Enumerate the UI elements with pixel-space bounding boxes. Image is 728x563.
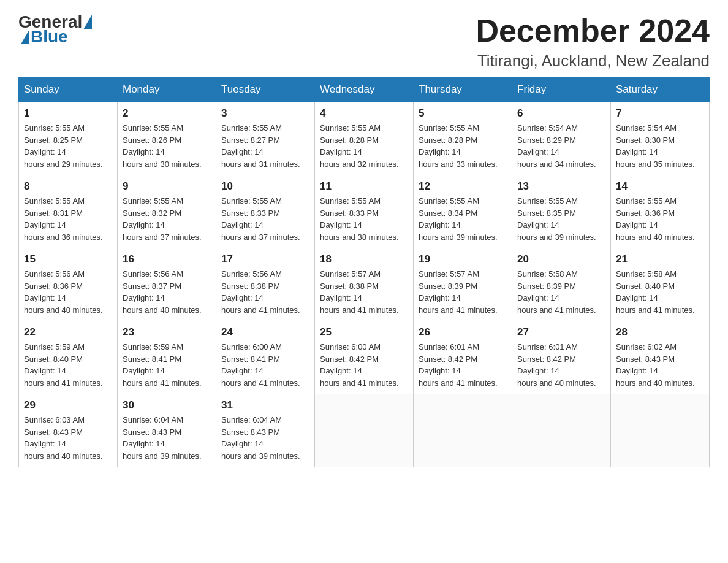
day-info: Sunrise: 6:04 AMSunset: 8:43 PMDaylight:… (123, 414, 211, 462)
day-number: 13 (517, 180, 605, 193)
day-info: Sunrise: 6:00 AMSunset: 8:41 PMDaylight:… (221, 341, 309, 389)
day-number: 29 (24, 399, 112, 412)
table-row: 7Sunrise: 5:54 AMSunset: 8:30 PMDaylight… (611, 102, 710, 175)
day-number: 19 (419, 253, 507, 266)
page-header: General Blue December 2024 Titirangi, Au… (18, 12, 710, 71)
table-row: 3Sunrise: 5:55 AMSunset: 8:27 PMDaylight… (216, 102, 315, 175)
table-row: 20Sunrise: 5:58 AMSunset: 8:39 PMDayligh… (512, 248, 611, 321)
day-number: 27 (517, 326, 605, 339)
day-number: 6 (517, 107, 605, 120)
day-info: Sunrise: 5:57 AMSunset: 8:38 PMDaylight:… (320, 268, 408, 316)
day-info: Sunrise: 5:55 AMSunset: 8:28 PMDaylight:… (419, 122, 507, 170)
table-row: 8Sunrise: 5:55 AMSunset: 8:31 PMDaylight… (19, 175, 118, 248)
table-row: 6Sunrise: 5:54 AMSunset: 8:29 PMDaylight… (512, 102, 611, 175)
table-row: 11Sunrise: 5:55 AMSunset: 8:33 PMDayligh… (315, 175, 414, 248)
table-row: 26Sunrise: 6:01 AMSunset: 8:42 PMDayligh… (414, 321, 512, 394)
table-row (414, 394, 512, 467)
table-row: 4Sunrise: 5:55 AMSunset: 8:28 PMDaylight… (315, 102, 414, 175)
calendar-week-row: 15Sunrise: 5:56 AMSunset: 8:36 PMDayligh… (19, 248, 710, 321)
day-info: Sunrise: 5:55 AMSunset: 8:26 PMDaylight:… (123, 122, 211, 170)
day-info: Sunrise: 5:55 AMSunset: 8:34 PMDaylight:… (419, 195, 507, 243)
calendar-table: Sunday Monday Tuesday Wednesday Thursday… (18, 77, 710, 467)
day-number: 3 (221, 107, 309, 120)
day-number: 22 (24, 326, 112, 339)
day-number: 2 (123, 107, 211, 120)
calendar-week-row: 22Sunrise: 5:59 AMSunset: 8:40 PMDayligh… (19, 321, 710, 394)
table-row: 18Sunrise: 5:57 AMSunset: 8:38 PMDayligh… (315, 248, 414, 321)
day-info: Sunrise: 6:04 AMSunset: 8:43 PMDaylight:… (221, 414, 309, 462)
logo-triangle-icon2 (21, 29, 29, 44)
day-number: 24 (221, 326, 309, 339)
day-number: 18 (320, 253, 408, 266)
header-thursday: Thursday (414, 77, 512, 102)
day-number: 1 (24, 107, 112, 120)
day-number: 7 (616, 107, 704, 120)
day-number: 25 (320, 326, 408, 339)
day-number: 10 (221, 180, 309, 193)
day-info: Sunrise: 6:02 AMSunset: 8:43 PMDaylight:… (616, 341, 704, 389)
day-number: 14 (616, 180, 704, 193)
day-number: 16 (123, 253, 211, 266)
table-row: 17Sunrise: 5:56 AMSunset: 8:38 PMDayligh… (216, 248, 315, 321)
header-saturday: Saturday (611, 77, 710, 102)
day-info: Sunrise: 5:55 AMSunset: 8:35 PMDaylight:… (517, 195, 605, 243)
table-row (611, 394, 710, 467)
table-row: 2Sunrise: 5:55 AMSunset: 8:26 PMDaylight… (118, 102, 216, 175)
day-number: 28 (616, 326, 704, 339)
day-number: 8 (24, 180, 112, 193)
day-info: Sunrise: 5:55 AMSunset: 8:31 PMDaylight:… (24, 195, 112, 243)
day-number: 23 (123, 326, 211, 339)
header-friday: Friday (512, 77, 611, 102)
table-row: 12Sunrise: 5:55 AMSunset: 8:34 PMDayligh… (414, 175, 512, 248)
calendar-week-row: 8Sunrise: 5:55 AMSunset: 8:31 PMDaylight… (19, 175, 710, 248)
table-row: 25Sunrise: 6:00 AMSunset: 8:42 PMDayligh… (315, 321, 414, 394)
day-number: 11 (320, 180, 408, 193)
table-row: 1Sunrise: 5:55 AMSunset: 8:25 PMDaylight… (19, 102, 118, 175)
table-row (315, 394, 414, 467)
table-row (512, 394, 611, 467)
day-number: 21 (616, 253, 704, 266)
day-info: Sunrise: 5:54 AMSunset: 8:29 PMDaylight:… (517, 122, 605, 170)
day-info: Sunrise: 5:56 AMSunset: 8:37 PMDaylight:… (123, 268, 211, 316)
day-info: Sunrise: 5:58 AMSunset: 8:39 PMDaylight:… (517, 268, 605, 316)
logo-triangle-icon (83, 15, 92, 29)
day-info: Sunrise: 5:59 AMSunset: 8:41 PMDaylight:… (123, 341, 211, 389)
calendar-week-row: 1Sunrise: 5:55 AMSunset: 8:25 PMDaylight… (19, 102, 710, 175)
day-number: 20 (517, 253, 605, 266)
table-row: 29Sunrise: 6:03 AMSunset: 8:43 PMDayligh… (19, 394, 118, 467)
day-info: Sunrise: 5:55 AMSunset: 8:25 PMDaylight:… (24, 122, 112, 170)
day-number: 5 (419, 107, 507, 120)
day-number: 31 (221, 399, 309, 412)
table-row: 24Sunrise: 6:00 AMSunset: 8:41 PMDayligh… (216, 321, 315, 394)
day-info: Sunrise: 5:55 AMSunset: 8:32 PMDaylight:… (123, 195, 211, 243)
table-row: 28Sunrise: 6:02 AMSunset: 8:43 PMDayligh… (611, 321, 710, 394)
day-info: Sunrise: 5:55 AMSunset: 8:33 PMDaylight:… (320, 195, 408, 243)
table-row: 19Sunrise: 5:57 AMSunset: 8:39 PMDayligh… (414, 248, 512, 321)
logo: General Blue (18, 12, 93, 47)
header-monday: Monday (118, 77, 216, 102)
table-row: 9Sunrise: 5:55 AMSunset: 8:32 PMDaylight… (118, 175, 216, 248)
header-sunday: Sunday (19, 77, 118, 102)
day-info: Sunrise: 5:55 AMSunset: 8:27 PMDaylight:… (221, 122, 309, 170)
day-info: Sunrise: 5:56 AMSunset: 8:36 PMDaylight:… (24, 268, 112, 316)
page-title: December 2024 (476, 12, 710, 49)
day-info: Sunrise: 5:56 AMSunset: 8:38 PMDaylight:… (221, 268, 309, 316)
table-row: 16Sunrise: 5:56 AMSunset: 8:37 PMDayligh… (118, 248, 216, 321)
day-number: 12 (419, 180, 507, 193)
day-number: 17 (221, 253, 309, 266)
header-wednesday: Wednesday (315, 77, 414, 102)
table-row: 27Sunrise: 6:01 AMSunset: 8:42 PMDayligh… (512, 321, 611, 394)
page-subtitle: Titirangi, Auckland, New Zealand (476, 52, 710, 71)
table-row: 31Sunrise: 6:04 AMSunset: 8:43 PMDayligh… (216, 394, 315, 467)
day-info: Sunrise: 6:03 AMSunset: 8:43 PMDaylight:… (24, 414, 112, 462)
header-tuesday: Tuesday (216, 77, 315, 102)
table-row: 21Sunrise: 5:58 AMSunset: 8:40 PMDayligh… (611, 248, 710, 321)
calendar-week-row: 29Sunrise: 6:03 AMSunset: 8:43 PMDayligh… (19, 394, 710, 467)
day-info: Sunrise: 6:00 AMSunset: 8:42 PMDaylight:… (320, 341, 408, 389)
day-info: Sunrise: 5:55 AMSunset: 8:36 PMDaylight:… (616, 195, 704, 243)
day-info: Sunrise: 5:54 AMSunset: 8:30 PMDaylight:… (616, 122, 704, 170)
day-number: 15 (24, 253, 112, 266)
day-number: 4 (320, 107, 408, 120)
day-info: Sunrise: 5:59 AMSunset: 8:40 PMDaylight:… (24, 341, 112, 389)
day-info: Sunrise: 6:01 AMSunset: 8:42 PMDaylight:… (517, 341, 605, 389)
